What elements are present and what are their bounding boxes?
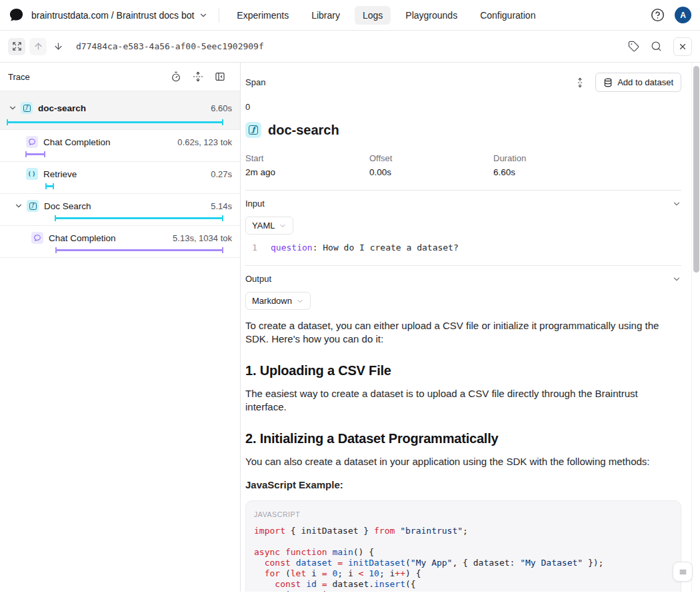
paragraph: The easiest way to create a dataset is t… <box>245 387 681 413</box>
span-name: Chat Completion <box>49 233 116 243</box>
output-format-select[interactable]: Markdown <box>245 292 311 310</box>
input-format-select[interactable]: YAML <box>245 217 293 235</box>
input-code-line: 1 question: How do I create a dataset? <box>245 243 681 253</box>
span-title: ƒ doc-search <box>245 122 681 138</box>
code-language-label: JAVASCRIPT <box>254 510 673 520</box>
avatar[interactable]: A <box>675 7 691 23</box>
span-panel-header: Span Add to dataset <box>245 73 681 92</box>
close-icon <box>678 42 687 51</box>
chevron-down-icon <box>279 222 287 230</box>
scrollbar-thumb[interactable] <box>693 66 699 273</box>
nav-tab-logs[interactable]: Logs <box>355 6 391 25</box>
nav-tab-experiments[interactable]: Experiments <box>229 6 297 25</box>
span-name: Chat Completion <box>43 137 111 147</box>
output-section-header: Output <box>245 274 681 284</box>
chevron-down-icon <box>296 297 304 305</box>
trace-row[interactable]: Chat Completion5.13s, 1034 tok <box>0 226 240 258</box>
expand-span-panel-icon[interactable] <box>575 77 585 88</box>
next-span-button[interactable] <box>49 38 67 55</box>
retrieve-icon: () <box>26 168 38 180</box>
output-label: Output <box>245 274 271 284</box>
scrollbar[interactable] <box>691 63 700 592</box>
project-selector[interactable]: braintrustdata.com / Braintrust docs bot <box>31 10 208 21</box>
database-icon <box>603 78 613 87</box>
span-panel-title: Span <box>245 77 265 87</box>
search-icon[interactable] <box>651 41 662 52</box>
divider <box>219 8 219 23</box>
collapse-input-icon[interactable] <box>672 199 681 209</box>
input-label: Input <box>245 199 265 209</box>
trace-row[interactable]: ƒDoc Search5.14s <box>0 194 240 226</box>
span-duration: 0.62s, 123 tok <box>177 137 232 147</box>
expand-trace-button[interactable] <box>8 38 25 55</box>
timeline-bar <box>25 151 45 157</box>
trace-tree: ƒdoc-search6.60sChat Completion0.62s, 12… <box>0 91 240 258</box>
function-span-icon: ƒ <box>27 200 39 212</box>
project-name: braintrustdata.com / Braintrust docs bot <box>31 10 194 21</box>
expand-icon <box>12 41 22 51</box>
timeline-bar <box>55 215 223 221</box>
meta-start: Start 2m ago <box>245 153 369 177</box>
divider <box>245 190 681 191</box>
help-icon[interactable] <box>651 8 665 22</box>
span-duration: 0.27s <box>211 169 232 179</box>
nav-tab-configuration[interactable]: Configuration <box>472 6 543 25</box>
arrow-down-icon <box>53 41 63 51</box>
previous-span-button[interactable] <box>29 38 47 55</box>
span-duration: 5.13s, 1034 tok <box>173 233 232 243</box>
timeline-bar <box>55 247 223 253</box>
chevron-down-icon <box>199 11 208 20</box>
chevron-down-icon <box>8 103 17 113</box>
primary-nav: ExperimentsLibraryLogsPlaygroundsConfigu… <box>229 6 543 25</box>
span-name: Doc Search <box>44 201 91 211</box>
menu-icon <box>679 568 687 576</box>
trace-row[interactable]: ()Retrieve0.27s <box>0 162 240 194</box>
function-span-icon: ƒ <box>21 102 33 114</box>
chevron-down-icon <box>14 201 23 211</box>
collapse-output-icon[interactable] <box>672 275 681 284</box>
paragraph: You can also create a dataset in your ap… <box>245 455 681 468</box>
nav-tab-playgrounds[interactable]: Playgrounds <box>397 6 465 25</box>
arrow-up-icon <box>33 41 43 51</box>
input-code-tokens: question: How do I create a dataset? <box>271 243 459 253</box>
markdown-output: To create a dataset, you can either uplo… <box>245 319 681 592</box>
code-block-menu-button[interactable] <box>673 562 693 582</box>
braintrust-logo-icon[interactable] <box>9 7 24 23</box>
trace-row[interactable]: ƒdoc-search6.60s <box>0 91 240 130</box>
trace-toolbar: d77484ca-e583-4a56-af00-5eec1902909f <box>0 31 700 63</box>
line-number: 1 <box>245 243 271 253</box>
expand-all-spans-icon[interactable] <box>193 71 203 82</box>
span-breadcrumb-index: 0 <box>245 102 681 112</box>
input-section-header: Input <box>245 199 681 209</box>
nav-tab-library[interactable]: Library <box>303 6 348 25</box>
add-to-dataset-button[interactable]: Add to dataset <box>595 73 681 92</box>
meta-offset: Offset 0.00s <box>369 153 493 177</box>
divider <box>245 265 681 266</box>
heading-initializing-dataset: 2. Initializing a Dataset Programmatical… <box>245 430 681 447</box>
tag-icon[interactable] <box>628 41 639 52</box>
example-label: JavaScript Example: <box>245 478 681 492</box>
meta-duration: Duration 6.60s <box>493 153 681 177</box>
collapse-panel-icon[interactable] <box>215 71 225 82</box>
top-nav: braintrustdata.com / Braintrust docs bot… <box>0 0 700 31</box>
timer-icon[interactable] <box>171 71 181 82</box>
chat-completion-icon <box>26 136 38 148</box>
trace-panel: Trace ƒdoc-search6.60sChat Completion0.6… <box>0 63 241 592</box>
trace-panel-header: Trace <box>0 63 240 91</box>
timeline-bar <box>45 183 54 189</box>
timeline-bar <box>7 119 223 125</box>
code-block: JAVASCRIPT import { initDataset } from "… <box>245 500 681 592</box>
heading-uploading-csv: 1. Uploading a CSV File <box>245 362 681 379</box>
trace-id: d77484ca-e583-4a56-af00-5eec1902909f <box>76 41 264 51</box>
span-name: Retrieve <box>43 169 77 179</box>
trace-row[interactable]: Chat Completion0.62s, 123 tok <box>0 130 240 162</box>
function-span-icon: ƒ <box>245 122 261 138</box>
span-duration: 5.14s <box>211 201 232 211</box>
code-lines: import { initDataset } from "braintrust"… <box>254 526 673 592</box>
paragraph: To create a dataset, you can either uplo… <box>245 319 681 345</box>
close-trace-button[interactable] <box>673 37 692 56</box>
span-panel: Span Add to dataset 0 ƒ doc-search Start… <box>241 63 700 592</box>
span-meta: Start 2m ago Offset 0.00s Duration 6.60s <box>245 153 681 177</box>
trace-panel-title: Trace <box>8 72 30 82</box>
span-duration: 6.60s <box>211 103 232 113</box>
